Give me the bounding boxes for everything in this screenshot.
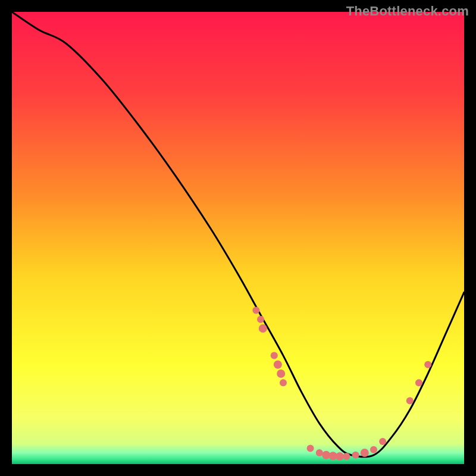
data-marker [252, 307, 259, 314]
data-marker [280, 379, 287, 386]
chart-frame [12, 12, 464, 464]
data-marker [259, 324, 267, 333]
data-marker [370, 446, 377, 453]
data-marker [257, 316, 264, 323]
chart-background [12, 12, 464, 464]
watermark-text: TheBottleneck.com [346, 4, 469, 19]
data-marker [274, 361, 282, 369]
data-marker [352, 452, 359, 459]
data-marker [406, 397, 414, 405]
data-marker [336, 452, 344, 461]
data-marker [316, 449, 323, 456]
data-marker [424, 361, 431, 368]
data-marker [307, 444, 314, 452]
chart-svg [12, 12, 464, 464]
data-marker [277, 369, 285, 378]
data-marker [415, 379, 422, 386]
data-marker [379, 438, 386, 445]
data-marker [361, 449, 369, 457]
data-marker [271, 352, 278, 359]
data-marker [343, 453, 350, 460]
